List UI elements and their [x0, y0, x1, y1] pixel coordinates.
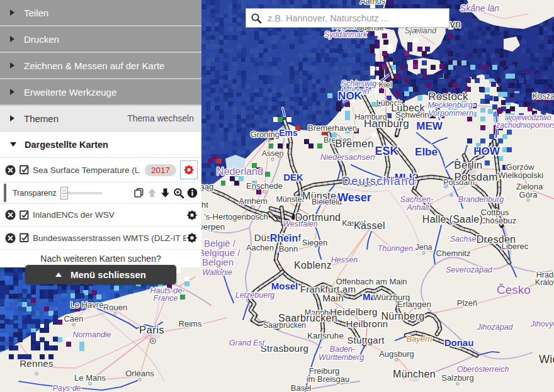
map-label: Kassel [354, 220, 385, 231]
map-label: Grand Est [229, 339, 265, 347]
map-label: Salzburg [441, 373, 473, 383]
search-icon[interactable] [246, 9, 266, 27]
map-label: Bremen [335, 138, 373, 150]
remove-layer-icon[interactable] [5, 165, 16, 176]
map-label: Liberec [502, 242, 529, 251]
map-label: im Breisgau [307, 374, 350, 384]
sidebar-item-label: Teilen [24, 8, 48, 18]
layer-settings-button[interactable] [186, 210, 198, 221]
layer-name: InlandENCs der WSV [33, 210, 115, 220]
layer-row-bundeswasserstrassen: Bundeswasserstrassen WMTS (DLZ-IT BVBS) [0, 227, 201, 250]
map-label: Enschede [246, 181, 283, 191]
sidebar-item-teilen[interactable]: Teilen [0, 0, 201, 26]
map-label: Koszalin [532, 91, 554, 101]
chevron-right-icon [10, 89, 14, 95]
layer-settings-button-active[interactable] [180, 160, 198, 179]
sidebar-item-drucken[interactable]: Drucken [0, 26, 201, 53]
map-label: Hessen [331, 255, 358, 264]
map-label: Aarhus [360, 0, 385, 6]
duplicate-layer-icon[interactable] [133, 188, 144, 198]
sidebar-item-erweiterte-werkzeuge[interactable]: Erweiterte Werkzeuge [0, 79, 201, 106]
gear-icon [183, 164, 195, 176]
map-label: zachodniopomorski [495, 121, 554, 130]
map-label: Berlin [454, 159, 482, 171]
remove-layer-icon[interactable] [5, 210, 16, 220]
search-input[interactable] [266, 9, 449, 27]
map-label: Jena [415, 243, 432, 252]
sidebar-item-zeichnen[interactable]: Zeichnen & Messen auf der Karte [0, 53, 201, 79]
chevron-right-icon [10, 36, 14, 42]
map-label: MEW [416, 120, 443, 132]
map-label: Weser [337, 191, 371, 204]
map-label: Caen [64, 314, 83, 323]
map-label: Koblenz [294, 260, 332, 271]
map-label: 's-Hertogenbosch [204, 212, 268, 221]
move-layer-up-icon[interactable] [147, 188, 157, 198]
sidebar-item-themen[interactable]: Themen Thema wechseln [0, 106, 201, 132]
map-label: Góra [519, 190, 538, 199]
map-label: Stuttgart [347, 335, 385, 345]
map-label: Aachen [246, 243, 274, 252]
map-label: Syddanmark [324, 30, 367, 39]
search-box [246, 8, 449, 28]
layer-info-icon[interactable] [187, 188, 198, 198]
map-label: Bremerhaven [308, 123, 357, 133]
chevron-down-icon [10, 142, 16, 147]
map-label: Brandenburg [458, 195, 504, 204]
map-label: Plzeň [457, 298, 478, 308]
slider-handle[interactable] [60, 187, 68, 199]
layer-checkbox-checked[interactable] [20, 210, 30, 220]
chevron-up-icon [55, 272, 62, 277]
map-label: Wielkopolski [498, 171, 543, 180]
sidebar-item-label: Zeichnen & Messen auf der Karte [24, 60, 164, 71]
map-label: Rennes [20, 358, 54, 369]
close-menu-label: Menü schliessen [71, 269, 146, 280]
map-label: Česko [497, 283, 531, 296]
remove-layer-icon[interactable] [5, 233, 16, 244]
close-menu-button[interactable]: Menü schliessen [25, 265, 176, 284]
map-label: Westfalen [283, 220, 317, 228]
map-label: Erlangen [397, 300, 431, 309]
map-label: Bayern [406, 334, 432, 344]
map-label: Anhalt [406, 203, 429, 212]
transparency-label: Transparenz [13, 189, 57, 198]
layers-panel: Dargestellte Karten Sea Surface Temperat… [0, 132, 201, 267]
map-label: Oberösterreich [457, 365, 509, 374]
map-label: Hamburg [364, 118, 409, 130]
layer-name: Bundeswasserstrassen WMTS (DLZ-IT BVBS) [33, 233, 186, 243]
map-label: Main [322, 293, 344, 303]
map-label: Heilbronn [346, 318, 388, 329]
map-label: Skåne län [460, 3, 499, 13]
map-label: Normandie [72, 330, 111, 339]
transparency-slider[interactable] [62, 192, 102, 194]
section-dargestellte-karten[interactable]: Dargestellte Karten [0, 132, 201, 158]
section-title: Dargestellte Karten [25, 140, 108, 150]
app-root: { "sidebar": { "menu": [ {"label": "Teil… [0, 0, 554, 392]
layer-settings-button[interactable] [186, 232, 198, 244]
map-label: Karlsruhe [307, 331, 344, 340]
zoom-to-layer-icon[interactable] [173, 188, 184, 199]
move-layer-down-icon[interactable] [160, 188, 171, 198]
map-label: Le Mans [74, 373, 106, 383]
map-label: Letzebuerg [235, 291, 275, 300]
map-label: Králové [535, 278, 554, 287]
map-label: Württemberg [319, 353, 364, 362]
map-label: Deutschland [342, 175, 416, 188]
map-label: Baden- [330, 345, 355, 354]
map-label: Augsburg [379, 349, 414, 359]
layer-checkbox-checked[interactable] [20, 233, 30, 243]
map-label: France [154, 294, 178, 303]
map-label: DEK [283, 172, 303, 182]
map-label: Pays de [52, 384, 81, 392]
layer-checkbox-checked[interactable] [20, 165, 30, 175]
gear-icon [186, 210, 198, 221]
map-label: Münster [276, 195, 304, 204]
map-label: München [393, 369, 436, 379]
map-label: Jihovýchod [530, 320, 554, 328]
layer-name: Sea Surface Temperature (L3, ... [33, 165, 140, 175]
layer-tool-icons [133, 188, 201, 199]
map-label: NOK [338, 90, 363, 102]
map-label: HOW [473, 145, 500, 157]
map-label: Rouen [103, 303, 127, 312]
thema-wechseln-link[interactable]: Thema wechseln [127, 113, 194, 123]
